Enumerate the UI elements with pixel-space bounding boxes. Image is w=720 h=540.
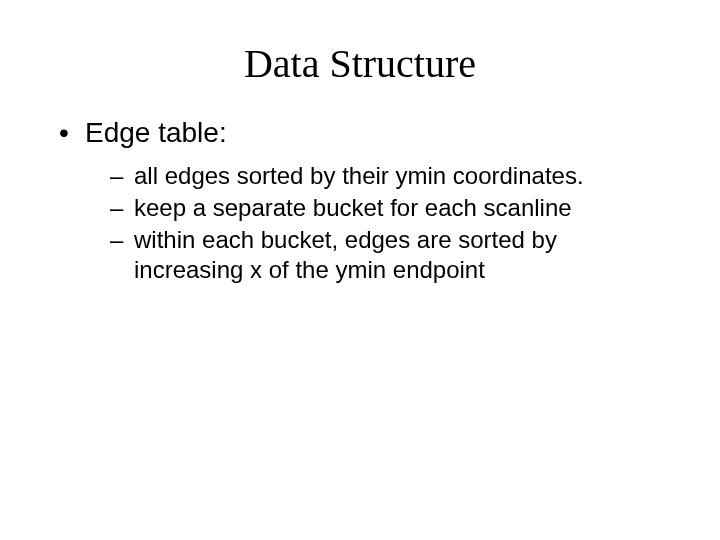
sub-bullet-text: within each bucket, edges are sorted by … <box>134 226 557 283</box>
slide: Data Structure Edge table: all edges sor… <box>0 0 720 540</box>
sub-bullet-text: keep a separate bucket for each scanline <box>134 194 572 221</box>
sub-bullet-text: all edges sorted by their ymin coordinat… <box>134 162 584 189</box>
bullet-item: Edge table: <box>55 117 665 149</box>
sub-bullet-list: all edges sorted by their ymin coordinat… <box>55 161 665 285</box>
slide-body: Edge table: all edges sorted by their ym… <box>0 87 720 285</box>
sub-bullet-item: all edges sorted by their ymin coordinat… <box>110 161 665 191</box>
sub-bullet-item: within each bucket, edges are sorted by … <box>110 225 665 285</box>
sub-bullet-item: keep a separate bucket for each scanline <box>110 193 665 223</box>
slide-title: Data Structure <box>0 0 720 87</box>
bullet-text: Edge table: <box>85 117 227 148</box>
